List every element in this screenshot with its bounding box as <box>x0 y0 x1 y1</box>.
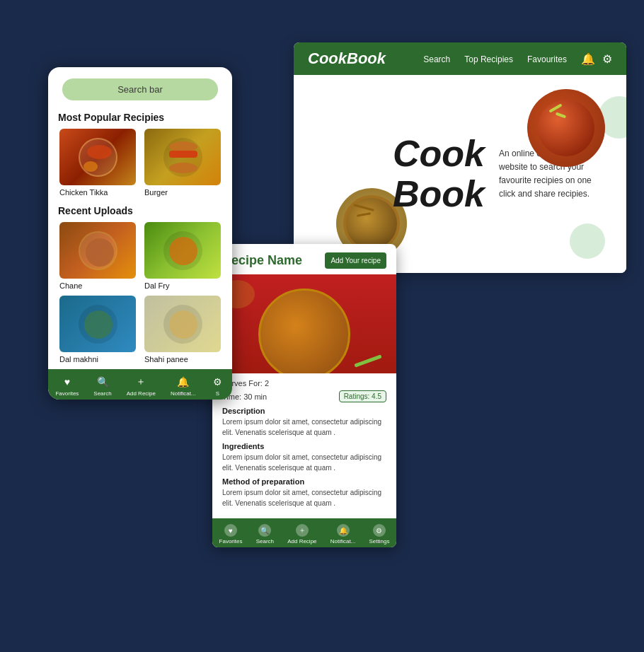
heart-icon: ♥ <box>224 524 237 537</box>
method-title: Method of preparation <box>222 477 386 486</box>
recipe-card-header: Recipe Name Add Your recipe <box>212 244 396 274</box>
mobile-nav-notif-label: Notificat... <box>171 390 196 397</box>
recipe-nav-favorites-label: Favorites <box>219 538 243 545</box>
mobile-nav-add-label: Add Recipe <box>127 390 156 397</box>
website-logo: CookBook <box>308 50 386 68</box>
shahi-paneer-plate <box>144 296 221 352</box>
method-text: Lorem ipsum dolor sit amet, consectetur … <box>222 487 386 508</box>
recent-item-dal-fry[interactable]: Dal Fry <box>143 222 222 290</box>
website-card: CookBook Search Top Recipies Favourites … <box>294 42 626 273</box>
green-circle-decoration-bottom <box>570 223 605 259</box>
dal-makhni-image <box>59 296 136 352</box>
mobile-bottom-nav: ♥ Favorites 🔍 Search ＋ Add Recipe 🔔 Noti… <box>48 369 232 400</box>
popular-recipes-grid: Chicken Tikka Burger <box>48 129 232 197</box>
add-recipe-button[interactable]: Add Your recipe <box>325 252 386 269</box>
recipe-nav-add-label: Add Recipe <box>287 538 316 545</box>
mobile-nav-notifications[interactable]: 🔔 Notificat... <box>171 375 196 397</box>
description-title: Description <box>222 407 386 415</box>
bell-icon-nav: 🔔 <box>337 524 350 537</box>
mobile-search-bar[interactable]: Search bar <box>62 78 218 100</box>
mobile-nav-favorites-label: Favorites <box>55 390 79 397</box>
recipe-nav-settings-label: Settings <box>369 538 389 545</box>
chane-plate <box>59 222 136 279</box>
search-icon: 🔍 <box>258 524 271 537</box>
dal-fry-label: Dal Fry <box>143 281 222 290</box>
website-nav: CookBook Search Top Recipies Favourites … <box>294 42 626 75</box>
food-plate-decoration <box>527 89 605 167</box>
hero-logo-text: CookBook <box>393 134 485 214</box>
serves-row: Serves For: 2 <box>222 379 386 388</box>
search-icon-mobile: 🔍 <box>96 375 110 389</box>
recent-section-title: Recent Uploads <box>48 202 232 222</box>
popular-item-chicken-tikka[interactable]: Chicken Tikka <box>58 129 137 197</box>
nav-link-search[interactable]: Search <box>423 54 450 64</box>
chane-label: Chane <box>58 281 137 290</box>
recipe-nav-search-label: Search <box>256 538 274 545</box>
last-icon-mobile: ⚙ <box>210 375 224 389</box>
chicken-tikka-image <box>59 129 136 185</box>
nav-link-top-recipies[interactable]: Top Recipies <box>464 54 513 64</box>
recipe-food-image <box>212 274 396 373</box>
recipe-nav-add[interactable]: ＋ Add Recipe <box>287 524 316 545</box>
ratings-badge: Ratings: 4.5 <box>339 390 386 402</box>
mobile-nav-add[interactable]: ＋ Add Recipe <box>127 375 156 397</box>
description-text: Lorem ipsum dolor sit amet, consectetur … <box>222 417 386 438</box>
nav-link-favourites[interactable]: Favourites <box>527 54 567 64</box>
plus-icon-mobile: ＋ <box>134 375 148 389</box>
recipe-detail-card: Recipe Name Add Your recipe Serves For: … <box>212 244 396 547</box>
burger-image <box>144 129 221 185</box>
mobile-nav-last[interactable]: ⚙ S <box>210 375 224 397</box>
burger-plate <box>144 129 221 185</box>
chicken-tikka-label: Chicken Tikka <box>58 188 137 197</box>
shahi-paneer-label: Shahi panee <box>143 355 222 363</box>
mobile-app-card: Search bar Most Popular Recipies Chicken… <box>48 67 232 400</box>
recipe-info-section: Serves For: 2 Time: 30 min Ratings: 4.5 … <box>212 373 396 514</box>
recipe-nav-notifications[interactable]: 🔔 Notificat... <box>330 524 356 545</box>
ingredients-title: Ingredients <box>222 442 386 450</box>
recent-item-chane[interactable]: Chane <box>58 222 137 290</box>
recent-item-dal-makhni[interactable]: Dal makhni <box>58 296 137 363</box>
bell-icon[interactable]: 🔔 <box>581 52 595 66</box>
recipe-bowl-decoration <box>258 289 350 373</box>
recipe-nav-notif-label: Notificat... <box>330 538 356 545</box>
mobile-nav-favorites[interactable]: ♥ Favorites <box>55 375 79 397</box>
recipe-bottom-nav: ♥ Favorites 🔍 Search ＋ Add Recipe 🔔 Noti… <box>212 518 396 547</box>
recent-item-shahi-paneer[interactable]: Shahi panee <box>143 296 222 363</box>
mobile-nav-last-label: S <box>216 390 219 397</box>
dal-fry-plate <box>144 222 221 279</box>
dal-makhni-plate <box>59 296 136 352</box>
website-nav-links: Search Top Recipies Favourites <box>423 52 567 65</box>
chicken-tikka-plate <box>59 129 136 185</box>
mobile-nav-search[interactable]: 🔍 Search <box>93 375 111 397</box>
ingredients-text: Lorem ipsum dolor sit amet, consectetur … <box>222 452 386 473</box>
website-hero: CookBook An online cooking recipe websit… <box>294 75 626 273</box>
recipe-nav-favorites[interactable]: ♥ Favorites <box>219 524 243 545</box>
burger-label: Burger <box>143 188 222 197</box>
dal-fry-image <box>144 222 221 279</box>
bell-icon-mobile: 🔔 <box>176 375 190 389</box>
recipe-nav-search[interactable]: 🔍 Search <box>256 524 274 545</box>
recipe-name-title: Recipe Name <box>222 253 302 268</box>
popular-item-burger[interactable]: Burger <box>143 129 222 197</box>
chane-image <box>59 222 136 279</box>
popular-section-title: Most Popular Recipies <box>48 109 232 129</box>
gear-icon[interactable]: ⚙ <box>602 52 612 66</box>
recent-recipes-grid: Chane Dal Fry Dal makhni <box>48 222 232 363</box>
plus-icon: ＋ <box>296 524 309 537</box>
hero-food-image-top <box>527 89 605 167</box>
time-row: Time: 30 min Ratings: 4.5 <box>222 390 386 402</box>
website-nav-icons: 🔔 ⚙ <box>581 52 612 66</box>
settings-icon: ⚙ <box>373 524 386 537</box>
dal-makhni-label: Dal makhni <box>58 355 137 363</box>
mobile-nav-search-label: Search <box>93 390 111 397</box>
shahi-paneer-image <box>144 296 221 352</box>
recipe-nav-settings[interactable]: ⚙ Settings <box>369 524 389 545</box>
heart-icon-mobile: ♥ <box>60 375 74 389</box>
